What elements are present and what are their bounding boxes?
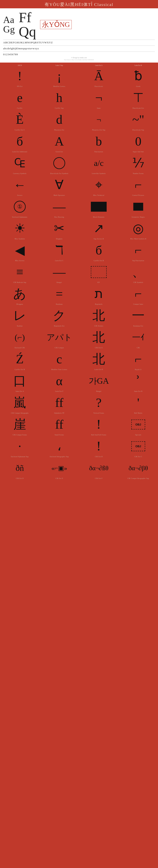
char-block-katakana-ku: ク Bopomofo Ext bbox=[40, 306, 79, 328]
char-block-egrave: È Cyrillic Ext C bbox=[0, 110, 40, 132]
char-block-cjkcompatideosup: ðα¬∂βθ CJK Compat Ideographic Sup bbox=[118, 458, 158, 480]
char-label-mathops: Math Operators bbox=[53, 194, 65, 197]
char-row-16: 嵐 CJK Compat Ideographs ff Alphabetic PF… bbox=[0, 393, 158, 415]
char-label-greekext: Greek Ext bbox=[55, 151, 63, 153]
preview-ff: FfQq bbox=[19, 10, 36, 39]
char-smallrect bbox=[133, 197, 143, 216]
char-label-cjkexte: CJK Ext E bbox=[55, 477, 63, 480]
char-d: d bbox=[56, 110, 63, 129]
char-row-1: ! IPA Ext ¡ Modifier Letters Ā Diacritic… bbox=[0, 66, 158, 88]
preview-yong: 永YǑNG bbox=[40, 20, 72, 29]
char-label-alphabeticpf: Alphabetic PF bbox=[54, 412, 65, 415]
char-row-2: e Cyrillic h Cyrillic Sup ¬ Jamo ⊤ Diacr… bbox=[0, 88, 158, 110]
char-label-suparrowsb: Sup Arrows B bbox=[93, 238, 104, 241]
char-bei: 北 bbox=[92, 306, 105, 325]
char-label-cjkextf: CJK Ext F bbox=[95, 477, 103, 480]
char-block-equals: = Katakana bbox=[40, 284, 79, 306]
char-e: e bbox=[17, 88, 23, 107]
char-label-cjkradicalssup: CJK Radicals Sup bbox=[13, 282, 26, 284]
char-row-8: ☀ Misc Symbols ✂ Dingbats ↗ Sup Arrows B… bbox=[0, 219, 158, 241]
char-block-smallff: ff Small Forms bbox=[40, 415, 79, 437]
char-fraction: ⅐ bbox=[132, 153, 144, 173]
char-arrow-left: ← bbox=[13, 175, 26, 194]
char-label-latinextc: Latin Ext C bbox=[55, 260, 64, 262]
char-jamoextb: ʾ bbox=[136, 371, 140, 391]
char-label-enclosedideosup: Enclosed Ideographic Sup bbox=[50, 456, 69, 458]
char-b-script: b bbox=[95, 132, 102, 151]
char-block-middledot: · Enclosed Alphanum Sup bbox=[0, 437, 40, 458]
char-invexclaim: ¡ bbox=[57, 66, 61, 86]
char-row-13: (⌐) Enclosed CJK アパト CJK Compat 北 CJK Ex… bbox=[0, 328, 158, 349]
char-block-cjkextf: ðα¬∂ßθ CJK Ext F bbox=[79, 458, 118, 480]
char-label-currency: Currency Symbols bbox=[13, 173, 27, 175]
label-latinexta: Latin Ext A bbox=[79, 64, 118, 66]
char-cjkextd: ðñ bbox=[15, 458, 24, 477]
char-block-forall: ∀ Math Operators bbox=[40, 175, 79, 197]
char-row-10: ≡ CJK Radicals Sup — Kangxi KV 、 CJK Sym… bbox=[0, 262, 158, 284]
char-label-enclosedcjk: Enclosed CJK bbox=[14, 347, 25, 349]
char-label-jamo: Jamo bbox=[97, 107, 101, 110]
char-row-4: б Latin Ext Additional A Greek Ext b Pun… bbox=[0, 132, 158, 153]
char-block-fullwidth: ！ Half And Full Forms bbox=[79, 415, 118, 437]
char-label-cyrillicextb3: Cyrillic Ext B bbox=[14, 369, 25, 371]
header: 有YŎU爱ÀI黑HĒI体TǏ Classical bbox=[0, 0, 158, 8]
char-block-enclosedcjk: (⌐) Enclosed CJK bbox=[0, 328, 40, 349]
char-label-cjkexta: CJK Ext A bbox=[95, 347, 103, 349]
char-block-invexclaim: ¡ Modifier Letters bbox=[40, 66, 79, 88]
char-cjkextb: ！ bbox=[92, 437, 105, 456]
char-label-smallforms: Small Forms bbox=[55, 434, 64, 437]
char-cjkexta: 北 bbox=[92, 328, 105, 347]
char-forall: ∀ bbox=[55, 175, 64, 194]
char-label-latinextd: Latin Ext D bbox=[94, 369, 103, 371]
char-label-cjk: CJK bbox=[137, 347, 140, 349]
char-jamoexta: 口 bbox=[13, 371, 26, 391]
char-label-misctechnical: Misc Technical bbox=[93, 194, 104, 197]
char-block-cjkexte: «⌐▣» CJK Ext E bbox=[40, 458, 79, 480]
label-latin1sup: Latin 1 Sup bbox=[40, 64, 79, 66]
char-egrave: È bbox=[16, 110, 24, 129]
char-label-enclosedalpha: Enclosed Alphanums bbox=[12, 216, 28, 219]
char-not: ¬ bbox=[95, 88, 102, 107]
char-specials: OBJ bbox=[131, 415, 145, 434]
char-block-not2: ¬ Phonetics Ext Sup bbox=[79, 110, 118, 132]
char-block-d: d Phoenicia Ext bbox=[40, 110, 79, 132]
char-label-halffullfoms: Half And Full Forms bbox=[91, 434, 106, 437]
preview-credit: © Design by fontke.com bbox=[3, 56, 155, 59]
char-alpha-upper: A bbox=[55, 132, 64, 151]
char-dash: — bbox=[53, 262, 66, 282]
char-block-emdash: — Box Drawing bbox=[40, 197, 79, 219]
char-block-cornerbracket: ⌐ Sup Punctuation bbox=[118, 241, 158, 262]
char-block-uparrow: ↗ Sup Arrows B bbox=[79, 219, 118, 241]
char-block-cjkextc: OBJ CJK Ext C bbox=[118, 437, 158, 458]
char-label-controlpictures: Control Pictures bbox=[132, 194, 144, 197]
char-block-arabiccomma: ، Enclosed Ideographic Sup bbox=[40, 437, 79, 458]
char-arrowleft2: ◀ bbox=[15, 241, 25, 260]
row-labels-1: ASCII Latin 1 Sup Latin Ext A Latin Ext … bbox=[0, 64, 158, 66]
char-label-hiragana: Hiragana bbox=[16, 303, 23, 306]
char-block-tilde: ~" Diacriticals Sup bbox=[118, 110, 158, 132]
preview-ag: AaGg bbox=[3, 15, 15, 34]
char-block-bullseye: ◎ Misc Math Symbols B bbox=[118, 219, 158, 241]
char-bstroke: ƀ bbox=[134, 66, 143, 86]
char-row-5: ₠ Currency Symbols Diacriticals For Symb… bbox=[0, 153, 158, 175]
char-arabiccomma: ، bbox=[57, 437, 62, 456]
char-label-cyrillicsup: Cyrillic Sup bbox=[55, 107, 64, 110]
char-row-6: ← Arrows ∀ Math Operators ⌖ Misc Technic… bbox=[0, 175, 158, 197]
char-grid: ASCII Latin 1 Sup Latin Ext A Latin Ext … bbox=[0, 63, 158, 481]
char-cornerbracket: ⌐ bbox=[135, 241, 142, 260]
char-dashed bbox=[91, 262, 107, 282]
char-block-technical: ⌖ Misc Technical bbox=[79, 175, 118, 197]
char-verticalforms: ? bbox=[96, 393, 102, 412]
char-cjkcompatideograph: 嵐 bbox=[13, 393, 26, 412]
char-block-ideographiccomma: 、 CJK Symbols bbox=[118, 262, 158, 284]
char-tilde: ~" bbox=[132, 110, 144, 129]
circle-1: ① bbox=[14, 201, 26, 213]
char-label-jamoexta: Jamo Ext A bbox=[15, 391, 24, 393]
char-row-19: ðñ CJK Ext D «⌐▣» CJK Ext E ðα¬∂ßθ CJK E… bbox=[0, 458, 158, 480]
char-label-miscarrows: Misc Arrows bbox=[15, 260, 24, 262]
char-label-enclosedalphanumsup: Enclosed Alphanum Sup bbox=[11, 456, 29, 458]
char-row-15: 口 Jamo Ext A α Latin Ext F 가GA Hangul ʾ … bbox=[0, 371, 158, 393]
char-label-bopomofo: Bopomofo bbox=[95, 303, 103, 306]
char-label-latinextf: Latin Ext F bbox=[55, 391, 64, 393]
char-label-cjkcompatideosup: CJK Compat Ideographic Sup bbox=[127, 477, 149, 480]
